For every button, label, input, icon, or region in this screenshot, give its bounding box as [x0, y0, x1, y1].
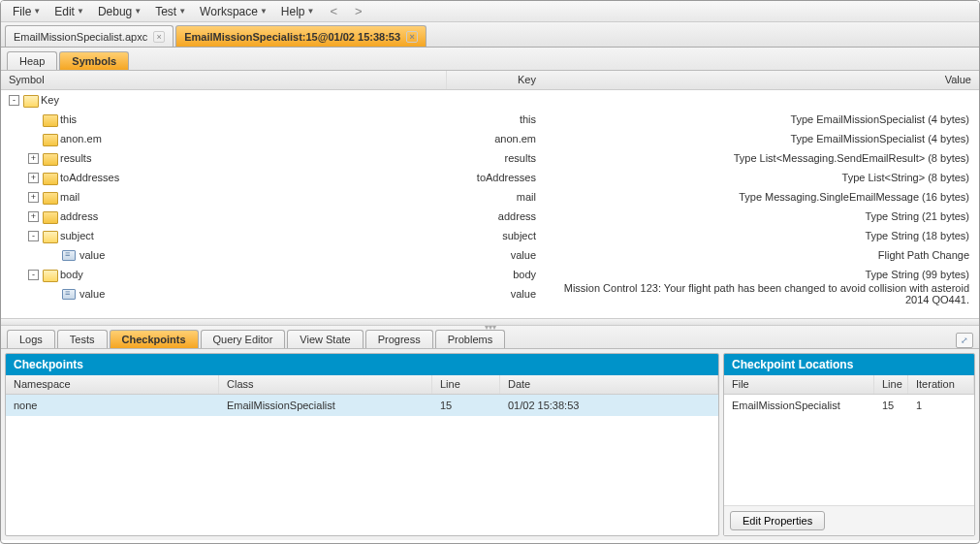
col-value[interactable]: Value	[544, 71, 979, 89]
value-cell: Type List<Messaging.SendEmailResult> (8 …	[544, 152, 979, 164]
bottom-tab-tests[interactable]: Tests	[57, 330, 108, 348]
bottom-tab-problems[interactable]: Problems	[435, 330, 505, 348]
value-cell: Flight Path Change	[544, 249, 979, 261]
file-tab-0[interactable]: EmailMissionSpecialist.apxc×	[5, 25, 174, 47]
collapse-icon[interactable]: -	[9, 95, 19, 106]
tree-row[interactable]: +addressaddressType String (21 bytes)	[1, 207, 979, 226]
tree-row[interactable]: +mailmailType Messaging.SingleEmailMessa…	[1, 187, 979, 207]
tree-row[interactable]: anon.emanon.emType EmailMissionSpecialis…	[1, 129, 979, 148]
expand-icon[interactable]: +	[28, 173, 39, 183]
caret-down-icon: ▼	[134, 7, 142, 16]
nav-back[interactable]: <	[322, 4, 345, 18]
menu-workspace[interactable]: Workspace ▼	[194, 3, 273, 20]
cell-iteration: 1	[908, 397, 974, 414]
key-cell: subject	[447, 230, 544, 241]
symbol-label: Key	[41, 94, 59, 106]
folder-icon	[23, 95, 37, 106]
symbol-label: this	[60, 113, 77, 125]
expand-icon[interactable]: +	[28, 211, 39, 222]
splitter[interactable]: ▾▾▾	[1, 318, 979, 326]
bottom-tab-query-editor[interactable]: Query Editor	[201, 330, 286, 348]
value-cell: Type List<String> (8 bytes)	[544, 172, 979, 183]
menu-debug[interactable]: Debug ▼	[92, 3, 147, 20]
tab-label: EmailMissionSpecialist.apxc	[14, 31, 147, 43]
col-namespace[interactable]: Namespace	[6, 375, 219, 394]
cell-date: 01/02 15:38:53	[500, 397, 718, 414]
bottom-tabbar: LogsTestsCheckpointsQuery EditorView Sta…	[1, 326, 979, 349]
symbol-label: anon.em	[60, 133, 102, 144]
menu-edit[interactable]: Edit ▼	[48, 3, 90, 20]
tree-row[interactable]: thisthisType EmailMissionSpecialist (4 b…	[1, 110, 979, 129]
cell-namespace: none	[6, 397, 219, 414]
menu-test[interactable]: Test ▼	[149, 3, 192, 20]
tab-label: EmailMissionSpecialist:15@01/02 15:38:53	[184, 31, 400, 43]
bottom-panels: Checkpoints Namespace Class Line Date no…	[1, 349, 979, 540]
key-cell: anon.em	[447, 133, 544, 144]
expander-placeholder	[47, 289, 58, 300]
sub-tabbar: HeapSymbols	[1, 48, 979, 71]
symbol-label: toAddresses	[60, 172, 119, 183]
tree-row[interactable]: +resultsresultsType List<Messaging.SendE…	[1, 148, 979, 168]
collapse-icon[interactable]: -	[28, 231, 39, 241]
bottom-tab-progress[interactable]: Progress	[365, 330, 433, 348]
caret-down-icon: ▼	[307, 7, 315, 16]
col-file[interactable]: File	[724, 375, 874, 394]
bottom-tab-logs[interactable]: Logs	[7, 330, 55, 348]
location-row[interactable]: EmailMissionSpecialist151	[724, 395, 974, 416]
key-cell: mail	[447, 191, 544, 203]
col-symbol[interactable]: Symbol	[1, 71, 447, 89]
symbol-label: address	[60, 210, 98, 222]
value-cell: Type Messaging.SingleEmailMessage (16 by…	[544, 191, 979, 203]
bottom-tab-checkpoints[interactable]: Checkpoints	[110, 330, 199, 348]
value-cell: Type String (21 bytes)	[544, 210, 979, 222]
symbol-label: subject	[60, 230, 94, 241]
menu-help[interactable]: Help ▼	[275, 3, 321, 20]
subtab-heap[interactable]: Heap	[7, 51, 57, 70]
folder-icon	[43, 270, 56, 280]
close-icon[interactable]: ×	[406, 31, 418, 43]
menu-file[interactable]: File ▼	[7, 3, 47, 20]
col-key[interactable]: Key	[447, 71, 544, 89]
cell-line: 15	[432, 397, 500, 414]
close-icon[interactable]: ×	[153, 31, 165, 43]
value-icon	[62, 289, 76, 300]
value-cell: Type String (18 bytes)	[544, 230, 979, 241]
subtab-symbols[interactable]: Symbols	[59, 51, 129, 70]
caret-down-icon: ▼	[178, 7, 186, 16]
bottom-tab-view-state[interactable]: View State	[287, 330, 363, 348]
nav-fwd[interactable]: >	[347, 4, 370, 18]
tree-row[interactable]: +toAddressestoAddressesType List<String>…	[1, 168, 979, 187]
col-line[interactable]: Line	[432, 375, 500, 394]
tree-row[interactable]: -bodybodyType String (99 bytes)	[1, 265, 979, 284]
value-icon	[62, 250, 76, 261]
col-iteration[interactable]: Iteration	[908, 375, 974, 394]
col-line[interactable]: Line	[874, 375, 908, 394]
col-date[interactable]: Date	[500, 375, 718, 394]
tree-row[interactable]: -subjectsubjectType String (18 bytes)	[1, 226, 979, 245]
folder-icon	[43, 173, 56, 183]
file-tab-1[interactable]: EmailMissionSpecialist:15@01/02 15:38:53…	[175, 25, 427, 47]
checkpoint-locations-panel: Checkpoint Locations File Line Iteration…	[723, 353, 975, 536]
key-cell: this	[447, 113, 544, 125]
symbol-tree[interactable]: -KeythisthisType EmailMissionSpecialist …	[1, 90, 979, 318]
tree-row[interactable]: valuevalueMission Control 123: Your flig…	[1, 284, 979, 304]
edit-properties-button[interactable]: Edit Properties	[730, 511, 825, 530]
expand-icon[interactable]: +	[28, 153, 39, 164]
expand-icon[interactable]: +	[28, 192, 39, 203]
expander-placeholder	[28, 134, 39, 144]
tree-header: Symbol Key Value	[1, 71, 979, 90]
caret-down-icon: ▼	[77, 7, 84, 16]
symbol-label: body	[60, 269, 83, 280]
key-cell: address	[447, 210, 544, 222]
collapse-icon[interactable]: -	[28, 270, 39, 280]
col-class[interactable]: Class	[219, 375, 432, 394]
value-cell: Type EmailMissionSpecialist (4 bytes)	[544, 113, 979, 125]
folder-icon	[43, 211, 56, 222]
tree-row[interactable]: valuevalueFlight Path Change	[1, 245, 979, 265]
checkpoints-grid-header: Namespace Class Line Date	[6, 375, 718, 395]
locations-footer: Edit Properties	[724, 505, 974, 535]
checkpoint-row[interactable]: noneEmailMissionSpecialist1501/02 15:38:…	[6, 395, 718, 416]
value-cell: Mission Control 123: Your flight path ha…	[544, 282, 979, 305]
tree-row[interactable]: -Key	[1, 90, 979, 110]
expand-panel-icon[interactable]: ⤢	[956, 333, 973, 348]
